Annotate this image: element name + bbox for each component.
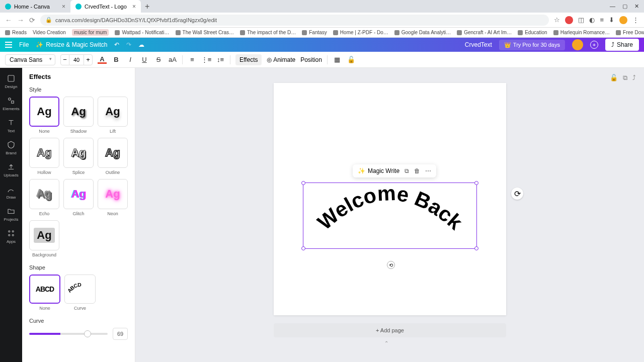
redo-icon[interactable]: ↷: [126, 41, 131, 48]
back-icon[interactable]: ←: [5, 16, 12, 24]
resize-button[interactable]: ✨ Resize & Magic Switch: [36, 41, 107, 48]
shape-curve[interactable]: ABCD: [64, 275, 96, 304]
style-glitch[interactable]: Ag: [63, 179, 94, 209]
strikethrough-icon[interactable]: S: [154, 55, 163, 64]
text-color-icon[interactable]: A: [98, 56, 107, 64]
animate-button[interactable]: ◎ Animate: [267, 56, 295, 63]
extensions-icon[interactable]: ≡: [600, 16, 604, 24]
bookmark-item[interactable]: Fantasy: [302, 30, 327, 35]
curve-value[interactable]: 69: [113, 328, 128, 340]
extension-icon[interactable]: ◐: [589, 16, 595, 24]
increase-fontsize-button[interactable]: +: [84, 54, 93, 65]
lock-icon[interactable]: 🔓: [347, 55, 356, 64]
effects-button[interactable]: Effects: [235, 54, 262, 65]
bookmark-item[interactable]: Gencraft - AI Art Im…: [457, 30, 512, 35]
url-input[interactable]: 🔒 canva.com/design/DAGHDo3DnSY/LQfXPfvbf…: [40, 15, 549, 26]
style-lift[interactable]: Ag: [98, 97, 128, 127]
more-icon[interactable]: ⋯: [425, 167, 431, 174]
close-tab-icon[interactable]: ×: [62, 3, 65, 10]
close-tab-icon[interactable]: ×: [132, 3, 136, 10]
bookmark-item[interactable]: Reads: [5, 30, 27, 35]
svg-point-3: [9, 231, 10, 232]
browser-tab-1[interactable]: Home - Canva ×: [0, 0, 70, 13]
list-icon[interactable]: ⋮≡: [202, 55, 211, 64]
style-neon[interactable]: Ag: [98, 179, 128, 209]
italic-icon[interactable]: I: [126, 55, 135, 64]
decrease-fontsize-button[interactable]: −: [60, 54, 69, 65]
close-window-icon[interactable]: ✕: [634, 3, 639, 10]
duplicate-page-icon[interactable]: ⧉: [623, 74, 627, 82]
style-echo[interactable]: Ag: [29, 179, 59, 209]
bookmark-item[interactable]: Free Download Books: [616, 30, 644, 35]
style-shadow[interactable]: Ag: [63, 97, 94, 127]
bookmark-item[interactable]: Education: [518, 30, 547, 35]
bookmark-item[interactable]: Home | Z-PDF - Do…: [333, 30, 388, 35]
star-icon[interactable]: ☆: [554, 16, 560, 24]
lock-icon[interactable]: 🔓: [610, 74, 618, 82]
magic-write-button[interactable]: ✨ Magic Write: [358, 167, 399, 174]
minimize-icon[interactable]: —: [610, 3, 615, 10]
nav-design[interactable]: Design: [0, 71, 22, 92]
browser-tab-2[interactable]: CrvedText - Logo ×: [70, 0, 141, 13]
transparency-icon[interactable]: ▦: [333, 55, 342, 64]
download-icon[interactable]: ⬇: [609, 16, 614, 24]
bookmark-item[interactable]: music for mum: [72, 29, 109, 36]
extension-icon[interactable]: ◫: [578, 16, 584, 24]
rotate-handle[interactable]: ⟲: [387, 261, 395, 269]
profile-icon[interactable]: [619, 16, 627, 24]
menu-icon[interactable]: ⋮: [632, 16, 639, 24]
text-selection-box[interactable]: Welcome Back: [303, 183, 477, 249]
extension-icon[interactable]: [565, 16, 573, 24]
export-icon[interactable]: ⤴: [632, 74, 636, 82]
document-name[interactable]: CrvedText: [465, 41, 492, 48]
forward-icon[interactable]: →: [17, 16, 24, 24]
bookmark-item[interactable]: Google Data Analyti…: [394, 30, 451, 35]
canvas-area[interactable]: 🔓 ⧉ ⤴ ✨ Magic Write ⧉ 🗑 ⋯ Welcome Back ⟳…: [135, 68, 644, 362]
delete-icon[interactable]: 🗑: [414, 167, 420, 174]
avatar[interactable]: [572, 39, 583, 50]
bookmark-item[interactable]: Video Creation: [33, 30, 66, 35]
case-icon[interactable]: aA: [168, 55, 177, 64]
maximize-icon[interactable]: ▢: [622, 3, 627, 10]
cloud-save-icon[interactable]: ☁: [138, 41, 144, 48]
nav-apps[interactable]: Apps: [0, 226, 22, 247]
browser-nav-bar: ← → ⟳ 🔒 canva.com/design/DAGHDo3DnSY/LQf…: [0, 13, 644, 28]
share-button[interactable]: ⤴ Share: [605, 39, 639, 51]
style-hollow[interactable]: Ag: [29, 138, 59, 168]
fontsize-value[interactable]: 40: [69, 54, 84, 65]
add-collaborator-button[interactable]: +: [590, 41, 598, 49]
spacing-icon[interactable]: ↕≡: [216, 55, 225, 64]
bookmark-item[interactable]: The Wall Street Cras…: [176, 30, 234, 35]
position-button[interactable]: Position: [300, 56, 322, 63]
copy-icon[interactable]: ⧉: [405, 167, 409, 174]
try-pro-button[interactable]: 👑 Try Pro for 30 days: [499, 40, 565, 50]
style-none[interactable]: Ag: [29, 97, 59, 127]
nav-draw[interactable]: Draw: [0, 182, 22, 203]
shape-none[interactable]: ABCD: [29, 275, 60, 304]
nav-uploads[interactable]: Uploads: [0, 159, 22, 180]
align-icon[interactable]: ≡: [188, 55, 197, 64]
new-tab-button[interactable]: +: [141, 2, 153, 11]
chevron-up-icon[interactable]: ⌃: [384, 340, 388, 346]
underline-icon[interactable]: U: [140, 55, 149, 64]
refresh-handle[interactable]: ⟳: [511, 188, 523, 200]
bookmark-item[interactable]: Wattpad - Notificati…: [115, 30, 169, 35]
font-select[interactable]: Canva Sans: [5, 54, 55, 65]
nav-elements[interactable]: Elements: [0, 93, 22, 114]
style-outline[interactable]: Ag: [98, 138, 128, 168]
curved-text[interactable]: Welcome Back: [303, 183, 476, 248]
bookmark-item[interactable]: Harlequin Romance…: [553, 30, 610, 35]
nav-projects[interactable]: Projects: [0, 204, 22, 225]
bookmark-item[interactable]: The impact of the D…: [240, 30, 296, 35]
curve-slider[interactable]: [29, 333, 108, 335]
reload-icon[interactable]: ⟳: [29, 16, 35, 24]
menu-icon[interactable]: [5, 42, 12, 48]
nav-brand[interactable]: Brand: [0, 137, 22, 158]
style-background[interactable]: Ag: [29, 220, 59, 250]
add-page-button[interactable]: + Add page: [274, 323, 506, 337]
nav-text[interactable]: Text: [0, 115, 22, 136]
style-splice[interactable]: Ag: [63, 138, 94, 168]
undo-icon[interactable]: ↶: [114, 41, 119, 48]
bold-icon[interactable]: B: [112, 55, 121, 64]
file-menu[interactable]: File: [19, 41, 29, 48]
